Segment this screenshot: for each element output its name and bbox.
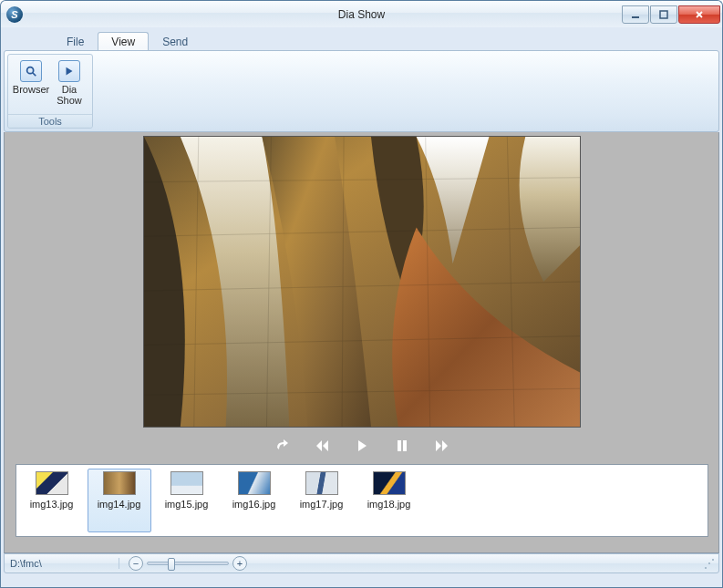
svg-rect-1 <box>660 11 667 18</box>
main-image <box>144 137 580 427</box>
svg-rect-5 <box>403 440 407 451</box>
ribbon-group-tools: Browser Dia Show Tools <box>7 54 93 129</box>
diashow-button-label: Dia Show <box>52 84 87 106</box>
magnifier-icon <box>20 60 42 82</box>
thumbnail-label: img17.jpg <box>300 499 344 510</box>
svg-rect-0 <box>632 16 639 18</box>
pause-icon[interactable] <box>393 437 411 455</box>
ribbon: Browser Dia Show Tools <box>4 50 719 132</box>
share-icon[interactable] <box>273 437 291 455</box>
thumbnail-image <box>238 471 271 495</box>
browser-button-label: Browser <box>13 84 49 95</box>
ribbon-group-label: Tools <box>8 114 92 128</box>
main-viewer-area: img13.jpg img14.jpg img15.jpg img16.jpg … <box>4 132 719 553</box>
forward-icon[interactable] <box>433 437 451 455</box>
thumbnail-label: img15.jpg <box>165 499 209 510</box>
thumbnail-item[interactable]: img16.jpg <box>222 469 286 532</box>
thumbnail-strip: img13.jpg img14.jpg img15.jpg img16.jpg … <box>15 464 708 537</box>
close-button[interactable] <box>678 5 720 24</box>
app-icon: S <box>6 6 23 23</box>
window-controls <box>622 5 720 24</box>
play-slide-icon <box>58 60 80 82</box>
thumbnail-image <box>305 471 338 495</box>
thumbnail-image <box>103 471 136 495</box>
playback-controls <box>273 437 451 455</box>
thumbnail-item[interactable]: img14.jpg <box>88 469 151 532</box>
tab-file[interactable]: File <box>54 33 97 50</box>
zoom-control: − + <box>129 556 247 571</box>
resize-grip-icon[interactable]: ⋰ <box>704 557 713 570</box>
titlebar: S Dia Show <box>0 0 723 27</box>
window-frame: File View Send Browser Dia Show To <box>0 27 723 588</box>
thumbnail-label: img14.jpg <box>98 499 141 510</box>
svg-rect-4 <box>398 440 401 451</box>
maximize-button[interactable] <box>650 5 677 24</box>
thumbnail-label: img18.jpg <box>367 499 411 510</box>
thumbnail-image <box>36 471 68 495</box>
svg-point-2 <box>27 67 34 74</box>
zoom-in-button[interactable]: + <box>232 556 247 571</box>
status-path: D:\fmc\ <box>10 558 119 569</box>
zoom-slider-thumb[interactable] <box>168 558 175 571</box>
image-viewer <box>143 136 581 428</box>
rewind-icon[interactable] <box>313 437 331 455</box>
thumbnail-label: img13.jpg <box>30 499 74 510</box>
thumbnail-item[interactable]: img17.jpg <box>290 469 354 532</box>
thumbnail-item[interactable]: img13.jpg <box>20 469 84 532</box>
minimize-button[interactable] <box>622 5 649 24</box>
statusbar: D:\fmc\ − + ⋰ <box>4 553 719 573</box>
zoom-slider[interactable] <box>147 562 229 565</box>
thumbnail-label: img16.jpg <box>232 499 276 510</box>
thumbnail-image <box>170 471 203 495</box>
play-icon[interactable] <box>353 437 371 455</box>
tab-view[interactable]: View <box>98 32 149 50</box>
menu-tabs: File View Send <box>4 30 719 50</box>
window-title: Dia Show <box>338 8 385 21</box>
browser-button[interactable]: Browser <box>12 57 50 112</box>
thumbnail-item[interactable]: img18.jpg <box>357 469 421 532</box>
thumbnail-image <box>373 471 406 495</box>
zoom-out-button[interactable]: − <box>129 556 143 571</box>
tab-send[interactable]: Send <box>150 33 201 50</box>
thumbnail-item[interactable]: img15.jpg <box>155 469 219 532</box>
diashow-button[interactable]: Dia Show <box>50 57 88 112</box>
